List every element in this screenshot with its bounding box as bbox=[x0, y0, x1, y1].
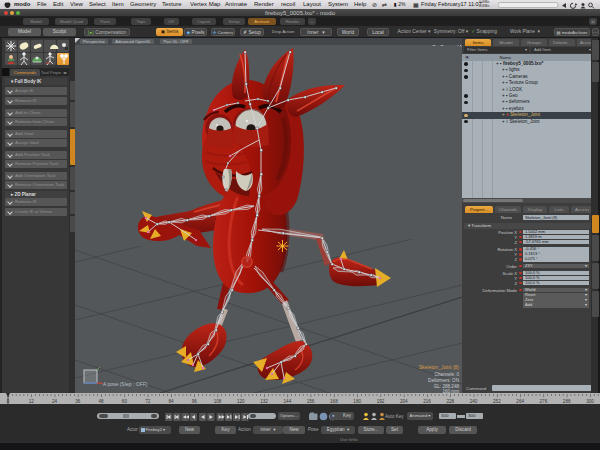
svg-text:120: 120 bbox=[237, 399, 245, 404]
svg-text:A pose (Step : OFF): A pose (Step : OFF) bbox=[103, 381, 148, 387]
svg-text:216: 216 bbox=[423, 399, 431, 404]
svg-text:36: 36 bbox=[75, 399, 81, 404]
svg-text:24: 24 bbox=[52, 399, 58, 404]
svg-text:Channels: 0: Channels: 0 bbox=[434, 372, 459, 377]
svg-text:Skeleton_Joint (8): Skeleton_Joint (8) bbox=[419, 364, 460, 370]
svg-text:168: 168 bbox=[330, 399, 338, 404]
svg-text:132: 132 bbox=[260, 399, 268, 404]
svg-text:12: 12 bbox=[29, 399, 35, 404]
svg-text:228: 228 bbox=[446, 399, 454, 404]
svg-text:204: 204 bbox=[400, 399, 408, 404]
svg-text:252: 252 bbox=[493, 399, 501, 404]
svg-text:264: 264 bbox=[516, 399, 524, 404]
svg-text:GL: 288.248: GL: 288.248 bbox=[434, 384, 460, 389]
svg-text:60: 60 bbox=[122, 399, 128, 404]
svg-text:108: 108 bbox=[214, 399, 222, 404]
svg-text:72: 72 bbox=[145, 399, 151, 404]
svg-text:192: 192 bbox=[377, 399, 385, 404]
svg-text:96: 96 bbox=[192, 399, 198, 404]
svg-text:48: 48 bbox=[99, 399, 105, 404]
svg-text:180: 180 bbox=[353, 399, 361, 404]
svg-text:288: 288 bbox=[563, 399, 571, 404]
svg-text:300: 300 bbox=[586, 399, 594, 404]
svg-text:84: 84 bbox=[168, 399, 174, 404]
svg-text:276: 276 bbox=[540, 399, 548, 404]
svg-text:156: 156 bbox=[307, 399, 315, 404]
svg-text:Deformers: ON: Deformers: ON bbox=[428, 378, 459, 383]
svg-text:144: 144 bbox=[284, 399, 292, 404]
svg-text:240: 240 bbox=[470, 399, 478, 404]
